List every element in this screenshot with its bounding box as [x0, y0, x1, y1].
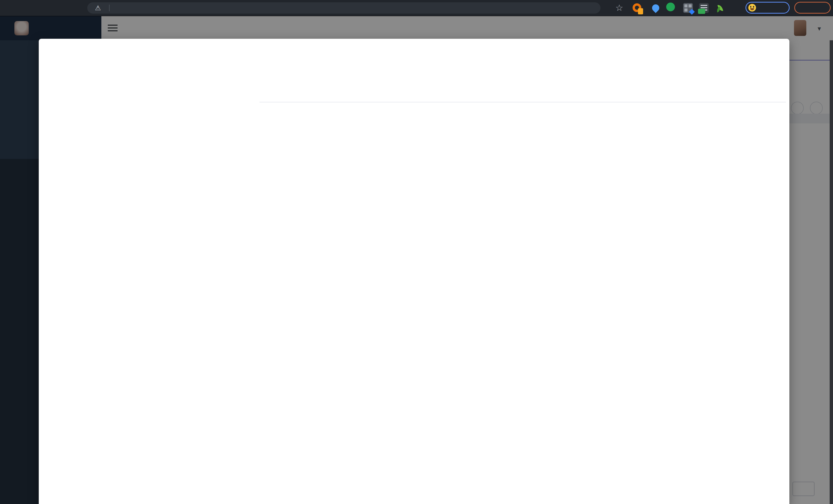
reload-icon[interactable] — [50, 4, 59, 12]
emoji-face-icon — [748, 4, 756, 11]
divider — [109, 5, 110, 11]
extension-v-icon[interactable] — [666, 3, 677, 14]
extension-badge — [638, 8, 643, 15]
extension-pin-icon[interactable] — [650, 3, 662, 14]
file-tabs-bar — [259, 85, 786, 102]
extension-sprout-icon[interactable] — [715, 3, 726, 14]
extension-switch-icon[interactable] — [698, 3, 710, 14]
chrome-update-button[interactable] — [794, 2, 831, 14]
bookmark-star-icon[interactable]: ☆ — [615, 3, 623, 13]
browser-toolbar: ⚠ ☆ — [0, 0, 833, 16]
extension-grid-icon[interactable] — [683, 3, 694, 14]
address-bar[interactable]: ⚠ — [87, 2, 600, 14]
warning-icon: ⚠ — [95, 4, 101, 12]
home-icon[interactable] — [71, 4, 79, 12]
back-icon[interactable] — [9, 4, 18, 12]
extension-puzzle-icon[interactable] — [730, 3, 742, 14]
extension-donut-icon[interactable] — [632, 3, 643, 14]
tabs-underline-track — [259, 102, 786, 102]
forward-icon[interactable] — [30, 4, 39, 12]
code-preview-dialog — [39, 39, 789, 504]
paused-extension-pill[interactable] — [745, 2, 790, 14]
